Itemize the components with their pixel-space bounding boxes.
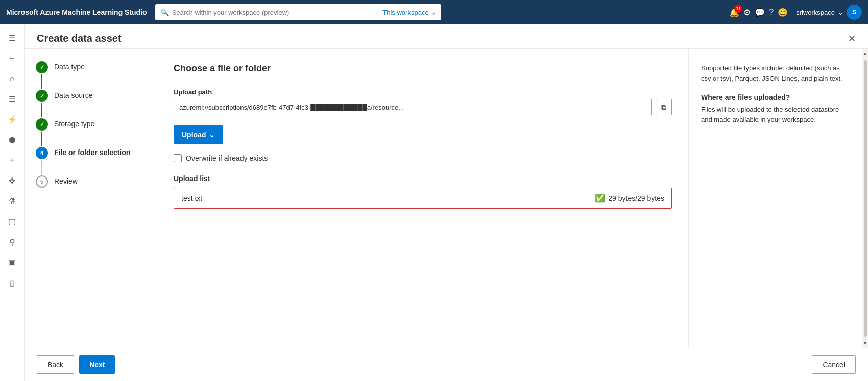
chevron-down-icon: ⌄ [430,9,436,16]
upload-filename: test.txt [181,194,202,202]
search-bar[interactable]: 🔍 This workspace ⌄ [155,4,441,20]
overwrite-checkbox-row: Overwrite if already exists [174,154,672,162]
step-item-2: ✓ Data source [35,90,147,118]
user-name-label: sriworkspace [796,9,835,16]
upload-path-label: Upload path [174,88,672,96]
search-icon: 🔍 [160,8,169,16]
upload-btn-label: Upload [182,131,206,139]
step-item-5: 5 Review [35,175,147,199]
sidebar-item-hamburger[interactable]: ☰ [2,29,22,47]
upload-success-icon: ✅ [595,193,605,203]
sidebar-item-home[interactable]: ⌂ [2,69,22,88]
where-uploaded-text: Files will be uploaded to the selected d… [701,105,850,124]
notification-badge: 11 [734,5,742,13]
help-icon[interactable]: ? [769,8,774,17]
cancel-button[interactable]: Cancel [812,355,856,374]
overwrite-checkbox[interactable] [174,154,182,162]
upload-file-size: 29 bytes/29 bytes [608,194,664,202]
sidebar-item-experiments[interactable]: ⚗ [2,192,22,210]
sidebar-item-studio[interactable]: ✥ [2,171,22,190]
upload-status: ✅ 29 bytes/29 bytes [595,193,664,203]
upload-path-row: ⧉ [174,99,672,115]
scroll-indicator[interactable]: ▲ ▼ [862,49,868,348]
emoji-icon[interactable]: 😀 [778,8,788,17]
user-chevron-icon: ⌄ [838,9,843,16]
step-item-1: ✓ Data type [35,61,147,90]
scroll-thumb [864,60,867,337]
workspace-selector[interactable]: This workspace ⌄ [382,9,436,16]
step-circle-3: ✓ [36,118,48,131]
step-circle-2: ✓ [36,90,48,102]
step-label-2: Data source [49,90,92,99]
sidebar-item-jobs[interactable]: ☰ [2,90,22,108]
overwrite-label[interactable]: Overwrite if already exists [186,154,268,162]
step-label-4: File or folder selection [49,147,130,157]
upload-list-label: Upload list [174,174,672,183]
sidebar-item-automl[interactable]: ⚡ [2,110,22,129]
footer-nav-buttons: Back Next [37,355,115,374]
steps-sidebar: ✓ Data type ✓ Data source ✓ [25,49,157,348]
upload-path-input[interactable] [174,99,652,115]
upload-chevron-icon: ⌄ [209,131,215,139]
step-label-5: Review [49,175,78,185]
next-button[interactable]: Next [79,355,115,374]
panel-header: Create data asset ✕ [25,24,868,49]
upload-list-item: test.txt ✅ 29 bytes/29 bytes [174,188,672,209]
panel-body: ✓ Data type ✓ Data source ✓ [25,49,868,348]
upload-button[interactable]: Upload ⌄ [174,125,223,144]
step-label-1: Data type [49,61,85,71]
sidebar-item-add[interactable]: + [2,151,22,169]
section-title: Choose a file or folder [174,63,672,74]
topbar-brand: Microsoft Azure Machine Learning Studio [6,8,147,16]
notification-bell[interactable]: 🔔 11 [729,8,739,17]
sidebar-item-compute[interactable]: ▯ [2,273,22,292]
sidebar-item-deployments[interactable]: ⚲ [2,233,22,251]
step-circle-1: ✓ [36,61,48,73]
supported-types-text: Supported file types include: delimited … [701,63,850,83]
close-button[interactable]: ✕ [848,34,856,43]
where-uploaded-title: Where are files uploaded? [701,93,850,101]
sidebar-item-data[interactable]: ▣ [2,253,22,271]
sidebar-item-network[interactable]: ⬢ [2,131,22,149]
main-layout: ☰ ← ⌂ ☰ ⚡ ⬢ + ✥ ⚗ ▢ ⚲ ▣ ▯ Create data as… [0,24,868,381]
step-circle-5: 5 [36,175,48,188]
messages-icon[interactable]: 💬 [755,8,765,17]
back-button[interactable]: Back [37,355,74,374]
step-item-4: 4 File or folder selection [35,147,147,175]
settings-icon[interactable]: ⚙ [743,8,751,17]
search-input[interactable] [172,9,380,16]
content-sidebar: Supported file types include: delimited … [688,49,862,348]
user-menu[interactable]: sriworkspace ⌄ S [796,5,862,20]
step-connector-3 [41,132,42,146]
create-data-asset-panel: Create data asset ✕ ✓ Data type ✓ [25,24,868,381]
content-main: Choose a file or folder Upload path ⧉ Up… [157,49,688,348]
avatar: S [847,5,862,20]
scroll-up-icon[interactable]: ▲ [863,51,868,56]
step-connector-2 [41,103,42,117]
step-connector-1 [41,74,42,89]
step-item-3: ✓ Storage type [35,118,147,147]
panel-title: Create data asset [37,33,122,44]
sidebar-item-pipelines[interactable]: ▢ [2,212,22,231]
scroll-down-icon[interactable]: ▼ [863,341,868,346]
topbar: Microsoft Azure Machine Learning Studio … [0,0,868,24]
topbar-icons: 🔔 11 ⚙ 💬 ? 😀 sriworkspace ⌄ S [729,5,862,20]
content-area: Choose a file or folder Upload path ⧉ Up… [157,49,868,348]
step-connector-4 [41,160,42,174]
step-circle-4: 4 [36,147,48,159]
sidebar-item-back[interactable]: ← [2,49,22,67]
panel-footer: Back Next Cancel [25,348,868,381]
copy-path-button[interactable]: ⧉ [656,99,672,115]
step-label-3: Storage type [49,118,94,128]
icon-sidebar: ☰ ← ⌂ ☰ ⚡ ⬢ + ✥ ⚗ ▢ ⚲ ▣ ▯ [0,24,25,381]
